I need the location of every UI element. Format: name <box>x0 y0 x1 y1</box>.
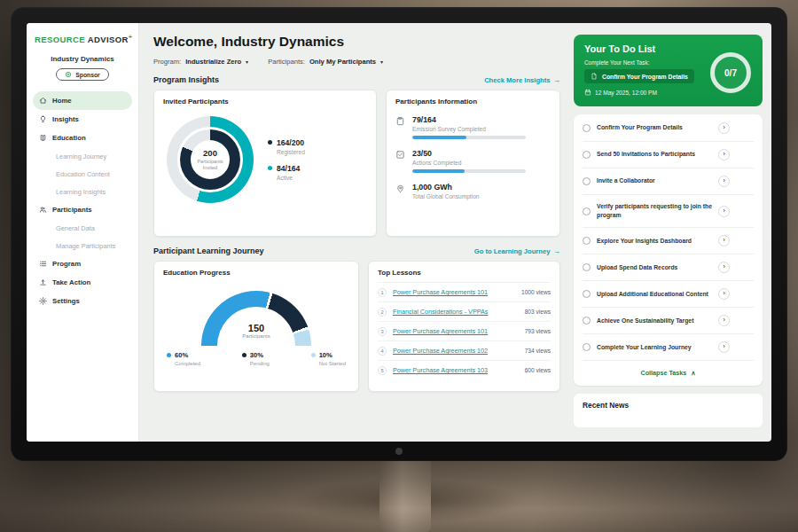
task-checkbox[interactable] <box>583 263 591 271</box>
filters-bar: Program: Industrialize Zero ▾ Participan… <box>153 58 560 66</box>
invited-participants-title: Invited Participants <box>163 98 367 106</box>
lesson-rank: 5 <box>378 366 387 375</box>
sidebar-item-label: Education <box>52 134 86 142</box>
home-icon <box>39 97 47 105</box>
lesson-link[interactable]: Power Purchase Agreements 102 <box>393 347 519 355</box>
sidebar-item-label: Learning Insights <box>56 188 106 196</box>
sidebar-item-program[interactable]: Program <box>33 254 132 273</box>
invited-participants-body: 200 Participants Invited 164/200 Registe <box>163 116 367 203</box>
active-value: 84/164 <box>277 164 300 173</box>
lesson-rank: 2 <box>378 308 387 317</box>
chevron-right-icon[interactable]: › <box>718 149 730 160</box>
actions-completed-progressbar <box>412 169 526 173</box>
sponsor-badge: Sponsor <box>56 68 109 81</box>
collapse-tasks-label: Collapse Tasks <box>640 369 686 377</box>
sidebar-item-manage-participants[interactable]: Manage Participants <box>33 237 132 254</box>
actions-completed-label: Actions Completed <box>412 160 526 166</box>
chevron-right-icon[interactable]: › <box>718 122 730 134</box>
collapse-tasks-button[interactable]: Collapse Tasks ∧ <box>583 361 754 384</box>
task-checkbox[interactable] <box>583 177 591 185</box>
people-icon <box>39 206 47 214</box>
global-consumption-value: 1,000 GWh <box>412 183 480 192</box>
monitor-logo <box>395 448 403 455</box>
page-title: Welcome, Industry Dynamics <box>153 34 560 50</box>
learning-journey-title: Participant Learning Journey <box>153 246 264 255</box>
task-checkbox[interactable] <box>583 124 591 132</box>
task-checkbox[interactable] <box>583 343 591 351</box>
registered-label: Registered <box>277 149 305 155</box>
lesson-rank: 3 <box>378 327 387 336</box>
sidebar-item-label: Manage Participants <box>56 242 115 250</box>
lesson-rank: 1 <box>378 288 387 297</box>
task-row[interactable]: Complete Your Learning Journey › <box>583 334 754 361</box>
stat-global-consumption: 1,000 GWh Total Global Consumption <box>395 183 551 203</box>
document-icon <box>591 73 598 80</box>
chevron-right-icon[interactable]: › <box>718 288 730 300</box>
lesson-link[interactable]: Power Purchase Agreements 103 <box>393 366 519 374</box>
todo-next-task[interactable]: Confirm Your Program Details <box>584 69 694 83</box>
sidebar-item-take-action[interactable]: Take Action <box>33 273 132 292</box>
invited-donut-center: 200 Participants Invited <box>191 140 230 179</box>
task-checkbox[interactable] <box>583 151 591 159</box>
sidebar-item-participants[interactable]: Participants <box>33 200 132 219</box>
completed-value: 60% <box>175 351 200 359</box>
task-row[interactable]: Invite a Collaborator › <box>583 168 754 195</box>
chevron-right-icon[interactable]: › <box>718 235 730 246</box>
sidebar-item-education[interactable]: Education <box>33 129 132 147</box>
check-more-insights-link[interactable]: Check More Insights → <box>484 76 560 84</box>
program-select[interactable]: Program: Industrialize Zero ▾ <box>153 58 248 66</box>
dashboard-screen: RESOURCE ADVISOR+ Industry Dynamics Spon… <box>27 23 771 442</box>
sidebar-item-label: General Data <box>56 224 95 232</box>
sidebar-item-label: Insights <box>52 115 79 123</box>
sidebar-item-general-data[interactable]: General Data <box>33 219 132 237</box>
task-row[interactable]: Upload Additional Educational Content › <box>583 281 754 308</box>
scene-background: RESOURCE ADVISOR+ Industry Dynamics Spon… <box>0 0 798 532</box>
program-insights-title: Program Insights <box>153 75 219 84</box>
arrow-right-icon: → <box>553 76 560 84</box>
education-center-label: Participants <box>163 333 349 339</box>
task-row[interactable]: Send 50 Invitations to Participants › <box>583 142 754 168</box>
chevron-right-icon[interactable]: › <box>718 315 730 326</box>
sidebar-item-learning-insights[interactable]: Learning Insights <box>33 183 132 200</box>
emission-survey-label: Emission Survey Completed <box>412 126 526 132</box>
lesson-link[interactable]: Power Purchase Agreements 101 <box>393 288 515 296</box>
task-row[interactable]: Explore Your Insights Dashboard › <box>583 228 754 254</box>
registered-value: 164/200 <box>277 138 305 147</box>
lesson-link[interactable]: Power Purchase Agreements 101 <box>393 327 519 335</box>
task-checkbox[interactable] <box>583 317 591 325</box>
sidebar-item-education-content[interactable]: Education Content <box>33 165 132 183</box>
sidebar-item-settings[interactable]: Settings <box>33 292 132 310</box>
chevron-right-icon[interactable]: › <box>718 206 730 217</box>
stat-emission-survey: 79/164 Emission Survey Completed <box>395 115 551 139</box>
go-to-learning-journey-link[interactable]: Go to Learning Journey → <box>474 247 560 255</box>
task-row[interactable]: Confirm Your Program Details › <box>583 115 754 142</box>
not-started-value: 10% <box>319 351 346 359</box>
chevron-right-icon[interactable]: › <box>718 176 730 187</box>
task-checkbox[interactable] <box>583 207 591 215</box>
chevron-right-icon[interactable]: › <box>718 262 730 273</box>
task-checkbox[interactable] <box>583 290 591 298</box>
task-row[interactable]: Achieve One Sustainability Target › <box>583 308 754 334</box>
sidebar-item-home[interactable]: Home <box>33 91 132 110</box>
participants-select[interactable]: Participants: Only My Participants ▾ <box>268 58 383 66</box>
sidebar-item-label: Home <box>52 97 72 105</box>
book-icon <box>39 134 47 142</box>
insights-cards-row: Invited Participants 200 Participants In… <box>153 90 560 237</box>
completed-label: Completed <box>175 361 200 366</box>
learning-cards-row: Education Progress 150 Participants <box>153 261 560 392</box>
gear-icon <box>39 297 47 305</box>
legend-dot-pending <box>242 353 246 357</box>
task-checkbox[interactable] <box>583 237 591 245</box>
go-to-learning-journey-label: Go to Learning Journey <box>474 247 551 255</box>
legend-dot-active <box>268 166 272 170</box>
lesson-views: 734 views <box>525 348 551 354</box>
actions-completed-progress-fill <box>412 169 465 173</box>
task-list-card: Confirm Your Program Details › Send 50 I… <box>574 114 763 386</box>
task-row[interactable]: Upload Spend Data Records › <box>583 254 754 281</box>
chevron-right-icon[interactable]: › <box>718 341 730 353</box>
sidebar-item-learning-journey[interactable]: Learning Journey <box>33 147 132 165</box>
task-row[interactable]: Verify participants requesting to join t… <box>583 195 754 228</box>
lesson-link[interactable]: Financial Considerations - VPPAs <box>393 308 519 316</box>
sidebar-item-insights[interactable]: Insights <box>33 110 132 129</box>
participants-information-title: Participants Information <box>395 98 551 106</box>
